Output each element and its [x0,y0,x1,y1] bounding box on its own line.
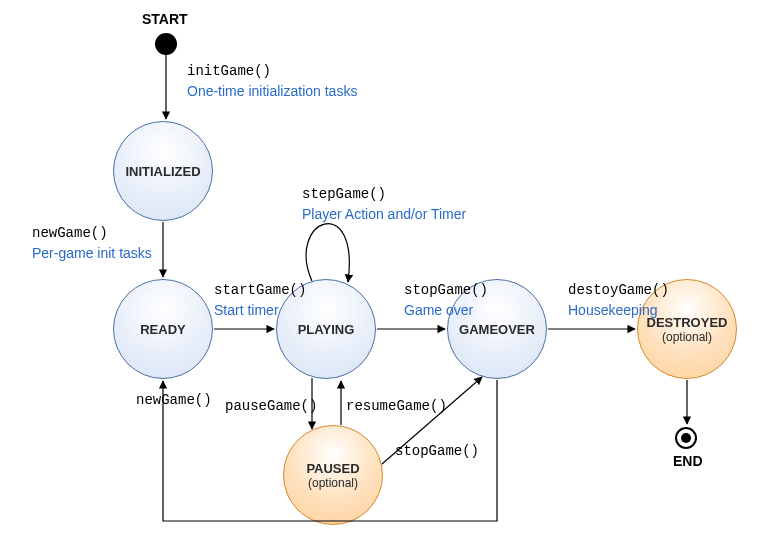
edge-startgame-label: startGame() [214,282,306,298]
state-diagram: START INITIALIZED READY PLAYING GAMEOVER… [0,0,782,542]
arrows-layer [0,0,782,542]
edge-stopgame-label: stopGame() [404,282,488,298]
state-destroyed-label: DESTROYED [647,315,728,330]
start-node [155,33,177,55]
edge-destroygame-label: destoyGame() [568,282,669,298]
end-label: END [673,453,703,469]
edge-newgame2-label: newGame() [136,392,212,408]
edge-resumegame-label: resumeGame() [346,398,447,414]
edge-startgame-desc: Start timer [214,302,279,318]
edge-pausegame-label: pauseGame() [225,398,317,414]
state-paused-optional: (optional) [308,476,358,490]
state-paused: PAUSED (optional) [283,425,383,525]
state-ready: READY [113,279,213,379]
edge-destroygame-desc: Housekeeping [568,302,658,318]
state-initialized: INITIALIZED [113,121,213,221]
edge-stopgame-desc: Game over [404,302,473,318]
state-playing-label: PLAYING [298,322,355,337]
state-destroyed-optional: (optional) [662,330,712,344]
state-ready-label: READY [140,322,186,337]
edge-stopgame2-label: stopGame() [395,443,479,459]
edge-stepgame-label: stepGame() [302,186,386,202]
state-gameover-label: GAMEOVER [459,322,535,337]
state-paused-label: PAUSED [306,461,359,476]
edge-initgame-label: initGame() [187,63,271,79]
state-initialized-label: INITIALIZED [125,164,200,179]
edge-initgame-desc: One-time initialization tasks [187,83,357,99]
edge-newgame-desc: Per-game init tasks [32,245,152,261]
start-label: START [142,11,188,27]
end-node [675,427,697,449]
edge-newgame-label: newGame() [32,225,108,241]
edge-stepgame-desc: Player Action and/or Timer [302,206,466,222]
